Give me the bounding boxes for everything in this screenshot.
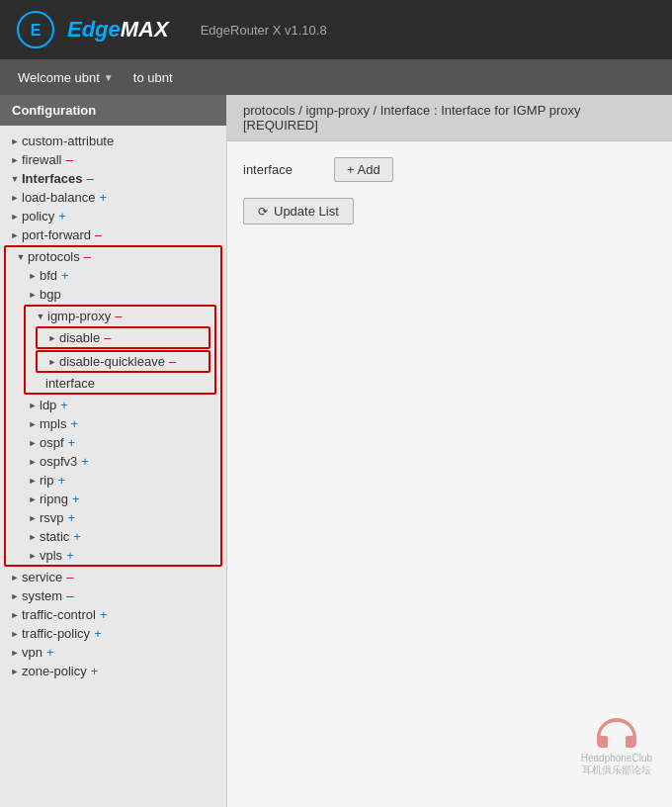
add-button[interactable]: + Add — [334, 157, 393, 182]
sidebar-item-mpls[interactable]: mpls + — [6, 414, 220, 433]
sidebar-item-system[interactable]: system – — [0, 586, 226, 605]
minus-icon[interactable]: – — [104, 330, 111, 345]
arrow-icon — [45, 355, 59, 369]
arrow-icon — [26, 436, 40, 450]
sidebar-item-protocols[interactable]: protocols – — [6, 247, 220, 266]
watermark: HeadphoneClub 耳机俱乐部论坛 — [581, 713, 652, 777]
sidebar-item-traffic-policy[interactable]: traffic-policy + — [0, 624, 226, 643]
sidebar-item-custom-attribute[interactable]: custom-attribute — [0, 132, 226, 150]
plus-icon[interactable]: + — [100, 607, 108, 622]
sidebar-item-rsvp[interactable]: rsvp + — [6, 508, 220, 527]
sidebar-item-disable-quickleave[interactable]: disable-quickleave – — [38, 352, 209, 371]
navbar: Welcome ubnt ▼ to ubnt — [0, 59, 672, 95]
arrow-icon — [8, 172, 22, 186]
plus-icon[interactable]: + — [99, 190, 107, 205]
arrow-icon — [45, 331, 59, 345]
watermark-text2: 耳机俱乐部论坛 — [582, 763, 651, 777]
sidebar-item-service[interactable]: service – — [0, 568, 226, 586]
disable-container: disable – — [36, 326, 210, 349]
logo-area: E Edge MAX EdgeRouter X v1.10.8 — [16, 10, 327, 49]
breadcrumb: protocols / igmp-proxy / Interface : Int… — [227, 95, 672, 141]
plus-icon[interactable]: + — [66, 548, 74, 563]
disable-quickleave-container: disable-quickleave – — [36, 350, 210, 373]
arrow-icon — [8, 665, 22, 678]
nav-to-ubnt[interactable]: to ubnt — [124, 66, 183, 89]
plus-icon[interactable]: + — [91, 664, 99, 678]
arrow-icon — [26, 417, 40, 431]
igmp-proxy-container: igmp-proxy – disable – — [24, 305, 216, 395]
header: E Edge MAX EdgeRouter X v1.10.8 — [0, 0, 672, 59]
minus-icon[interactable]: – — [66, 570, 73, 584]
arrow-icon — [8, 589, 22, 603]
sidebar-item-interface[interactable]: interface — [26, 374, 214, 393]
update-icon: ⟳ — [258, 205, 268, 219]
sidebar-item-bfd[interactable]: bfd + — [6, 266, 220, 285]
sidebar-item-ospfv3[interactable]: ospfv3 + — [6, 452, 220, 471]
sidebar-item-vpn[interactable]: vpn + — [0, 643, 226, 662]
welcome-dropdown-icon: ▼ — [104, 72, 114, 83]
sidebar-item-ldp[interactable]: ldp + — [6, 396, 220, 414]
sidebar-item-ripng[interactable]: ripng + — [6, 490, 220, 508]
minus-icon[interactable]: – — [95, 227, 102, 242]
arrow-icon — [26, 269, 40, 283]
minus-icon[interactable]: – — [115, 309, 122, 323]
arrow-icon — [8, 191, 22, 205]
arrow-icon — [26, 511, 40, 525]
update-list-button[interactable]: ⟳ Update List — [243, 198, 354, 224]
tree-container: custom-attribute firewall – Interfaces –… — [0, 126, 226, 686]
headphone-icon — [592, 713, 641, 753]
plus-icon[interactable]: + — [68, 510, 76, 525]
sidebar-item-bgp[interactable]: bgp — [6, 285, 220, 304]
minus-icon[interactable]: – — [66, 588, 73, 603]
sidebar: Configuration custom-attribute firewall … — [0, 95, 227, 807]
main-layout: Configuration custom-attribute firewall … — [0, 95, 672, 807]
sidebar-title: Configuration — [0, 95, 226, 126]
arrow-icon — [26, 530, 40, 544]
sidebar-item-firewall[interactable]: firewall – — [0, 150, 226, 169]
minus-icon[interactable]: – — [86, 171, 93, 186]
sidebar-item-vpls[interactable]: vpls + — [6, 546, 220, 565]
plus-icon[interactable]: + — [94, 626, 102, 641]
sidebar-item-traffic-control[interactable]: traffic-control + — [0, 605, 226, 624]
sidebar-item-zone-policy[interactable]: zone-policy + — [0, 662, 226, 680]
sidebar-item-static[interactable]: static + — [6, 527, 220, 546]
plus-icon[interactable]: + — [68, 435, 76, 450]
arrow-icon — [26, 493, 40, 506]
logo-text: Edge MAX — [67, 17, 169, 43]
plus-icon[interactable]: + — [72, 492, 80, 506]
logo-icon: E — [16, 10, 55, 49]
minus-icon[interactable]: – — [65, 152, 72, 167]
arrow-icon — [34, 310, 47, 323]
arrow-icon — [8, 153, 22, 167]
plus-icon[interactable]: + — [70, 416, 78, 431]
arrow-icon — [26, 288, 40, 302]
arrow-icon — [8, 134, 22, 148]
protocols-container: protocols – bfd + bgp — [4, 245, 222, 567]
arrow-icon — [26, 474, 40, 488]
sidebar-item-rip[interactable]: rip + — [6, 471, 220, 490]
plus-icon[interactable]: + — [57, 473, 65, 488]
arrow-icon — [8, 646, 22, 660]
content-body: interface + Add ⟳ Update List — [227, 141, 672, 240]
sidebar-item-ospf[interactable]: ospf + — [6, 433, 220, 452]
minus-icon[interactable]: – — [84, 249, 91, 264]
plus-icon[interactable]: + — [60, 398, 68, 412]
sidebar-item-port-forward[interactable]: port-forward – — [0, 225, 226, 244]
sidebar-item-igmp-proxy[interactable]: igmp-proxy – — [26, 307, 214, 325]
plus-icon[interactable]: + — [58, 209, 66, 224]
sidebar-item-load-balance[interactable]: load-balance + — [0, 188, 226, 207]
watermark-text1: HeadphoneClub — [581, 753, 652, 763]
minus-icon[interactable]: – — [169, 354, 176, 369]
nav-welcome[interactable]: Welcome ubnt ▼ — [8, 66, 124, 89]
arrow-icon — [8, 608, 22, 622]
field-row: interface + Add — [243, 157, 656, 182]
arrow-icon — [14, 250, 28, 264]
plus-icon[interactable]: + — [73, 529, 81, 544]
sidebar-item-policy[interactable]: policy + — [0, 207, 226, 225]
plus-icon[interactable]: + — [46, 645, 54, 660]
plus-icon[interactable]: + — [81, 454, 89, 469]
plus-icon[interactable]: + — [61, 268, 69, 283]
arrow-icon — [8, 571, 22, 584]
sidebar-item-disable[interactable]: disable – — [38, 328, 209, 347]
sidebar-item-interfaces[interactable]: Interfaces – — [0, 169, 226, 188]
